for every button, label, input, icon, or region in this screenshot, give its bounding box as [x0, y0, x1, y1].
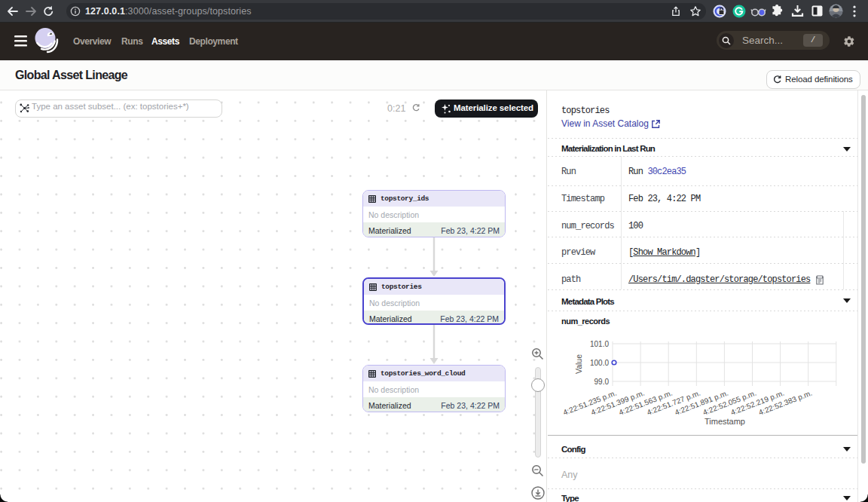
svg-text:Value: Value [574, 354, 583, 374]
svg-text:100.0: 100.0 [590, 359, 609, 367]
svg-text:Timestamp: Timestamp [704, 417, 745, 426]
svg-text:99.0: 99.0 [594, 378, 610, 386]
svg-text:101.0: 101.0 [590, 340, 609, 348]
